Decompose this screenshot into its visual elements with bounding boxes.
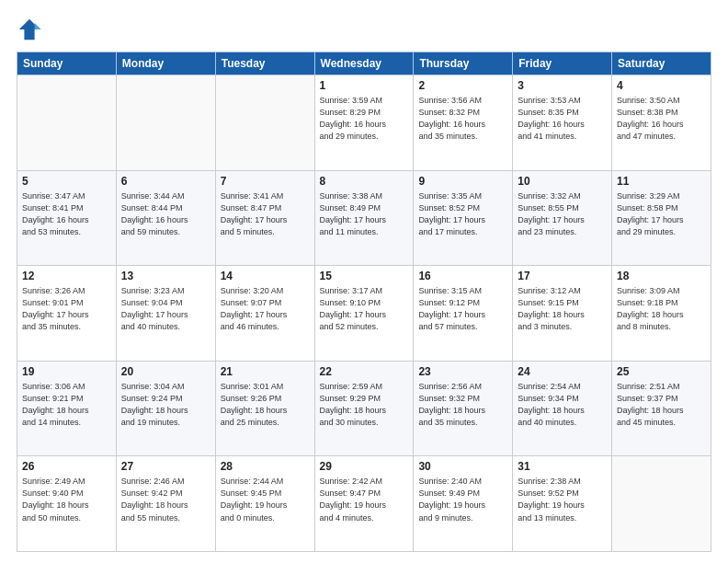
calendar-week-1: 1Sunrise: 3:59 AM Sunset: 8:29 PM Daylig… — [17, 75, 711, 171]
calendar-cell: 9Sunrise: 3:35 AM Sunset: 8:52 PM Daylig… — [414, 170, 513, 266]
day-info: Sunrise: 2:46 AM Sunset: 9:42 PM Dayligh… — [121, 476, 210, 523]
day-info: Sunrise: 3:35 AM Sunset: 8:52 PM Dayligh… — [418, 190, 507, 238]
day-number: 20 — [121, 365, 210, 378]
weekday-header-sunday: Sunday — [17, 52, 117, 75]
day-info: Sunrise: 3:06 AM Sunset: 9:21 PM Dayligh… — [22, 381, 111, 429]
day-info: Sunrise: 3:53 AM Sunset: 8:35 PM Dayligh… — [518, 95, 607, 143]
calendar-cell: 18Sunrise: 3:09 AM Sunset: 9:18 PM Dayli… — [612, 266, 711, 362]
calendar-cell: 22Sunrise: 2:59 AM Sunset: 9:29 PM Dayli… — [314, 361, 414, 456]
day-number: 10 — [518, 175, 607, 188]
calendar-cell: 17Sunrise: 3:12 AM Sunset: 9:15 PM Dayli… — [513, 266, 612, 362]
day-number: 1 — [320, 79, 409, 92]
calendar-cell: 5Sunrise: 3:47 AM Sunset: 8:41 PM Daylig… — [17, 170, 117, 266]
calendar-cell — [17, 75, 117, 171]
calendar-cell — [612, 456, 711, 552]
day-number: 11 — [617, 175, 706, 188]
calendar-cell: 20Sunrise: 3:04 AM Sunset: 9:24 PM Dayli… — [116, 361, 215, 456]
day-info: Sunrise: 3:04 AM Sunset: 9:24 PM Dayligh… — [121, 381, 210, 429]
header — [17, 17, 711, 42]
day-number: 5 — [22, 175, 111, 188]
weekday-header-row: SundayMondayTuesdayWednesdayThursdayFrid… — [17, 52, 711, 75]
day-info: Sunrise: 3:38 AM Sunset: 8:49 PM Dayligh… — [320, 190, 409, 238]
day-number: 2 — [418, 79, 507, 92]
day-number: 18 — [617, 270, 706, 282]
weekday-header-thursday: Thursday — [414, 52, 513, 75]
calendar-cell: 1Sunrise: 3:59 AM Sunset: 8:29 PM Daylig… — [314, 75, 414, 171]
calendar-cell: 14Sunrise: 3:20 AM Sunset: 9:07 PM Dayli… — [215, 266, 314, 362]
day-info: Sunrise: 3:41 AM Sunset: 8:47 PM Dayligh… — [221, 190, 310, 238]
day-number: 28 — [221, 460, 310, 473]
calendar-cell: 19Sunrise: 3:06 AM Sunset: 9:21 PM Dayli… — [17, 361, 117, 456]
calendar-cell: 12Sunrise: 3:26 AM Sunset: 9:01 PM Dayli… — [17, 266, 117, 362]
day-number: 23 — [418, 365, 507, 378]
day-info: Sunrise: 3:59 AM Sunset: 8:29 PM Dayligh… — [320, 95, 409, 143]
calendar-cell: 7Sunrise: 3:41 AM Sunset: 8:47 PM Daylig… — [215, 170, 314, 266]
day-number: 22 — [320, 365, 409, 378]
day-info: Sunrise: 2:59 AM Sunset: 9:29 PM Dayligh… — [320, 381, 409, 429]
day-info: Sunrise: 3:12 AM Sunset: 9:15 PM Dayligh… — [518, 285, 607, 333]
weekday-header-tuesday: Tuesday — [215, 52, 314, 75]
weekday-header-wednesday: Wednesday — [314, 52, 414, 75]
day-info: Sunrise: 2:54 AM Sunset: 9:34 PM Dayligh… — [518, 381, 607, 429]
day-info: Sunrise: 2:44 AM Sunset: 9:45 PM Dayligh… — [221, 476, 310, 523]
day-info: Sunrise: 3:09 AM Sunset: 9:18 PM Dayligh… — [617, 285, 706, 333]
day-number: 14 — [221, 270, 310, 282]
calendar-week-5: 26Sunrise: 2:49 AM Sunset: 9:40 PM Dayli… — [17, 456, 711, 552]
calendar-cell: 8Sunrise: 3:38 AM Sunset: 8:49 PM Daylig… — [314, 170, 414, 266]
calendar-cell: 6Sunrise: 3:44 AM Sunset: 8:44 PM Daylig… — [116, 170, 215, 266]
calendar-cell: 4Sunrise: 3:50 AM Sunset: 8:38 PM Daylig… — [612, 75, 711, 171]
calendar-cell: 13Sunrise: 3:23 AM Sunset: 9:04 PM Dayli… — [116, 266, 215, 362]
calendar-cell: 24Sunrise: 2:54 AM Sunset: 9:34 PM Dayli… — [513, 361, 612, 456]
calendar-cell: 25Sunrise: 2:51 AM Sunset: 9:37 PM Dayli… — [612, 361, 711, 456]
day-number: 7 — [221, 175, 310, 188]
calendar-table: SundayMondayTuesdayWednesdayThursdayFrid… — [17, 52, 711, 552]
day-number: 29 — [320, 460, 409, 473]
day-number: 31 — [518, 460, 607, 473]
day-info: Sunrise: 2:56 AM Sunset: 9:32 PM Dayligh… — [418, 381, 507, 429]
weekday-header-saturday: Saturday — [612, 52, 711, 75]
calendar-cell: 31Sunrise: 2:38 AM Sunset: 9:52 PM Dayli… — [513, 456, 612, 552]
logo — [17, 17, 46, 42]
logo-icon — [17, 17, 42, 42]
calendar-cell: 10Sunrise: 3:32 AM Sunset: 8:55 PM Dayli… — [513, 170, 612, 266]
day-number: 17 — [518, 270, 607, 282]
calendar-week-3: 12Sunrise: 3:26 AM Sunset: 9:01 PM Dayli… — [17, 266, 711, 362]
day-number: 27 — [121, 460, 210, 473]
day-number: 21 — [221, 365, 310, 378]
day-info: Sunrise: 3:17 AM Sunset: 9:10 PM Dayligh… — [320, 285, 409, 333]
day-number: 16 — [418, 270, 507, 282]
day-number: 6 — [121, 175, 210, 188]
day-info: Sunrise: 3:29 AM Sunset: 8:58 PM Dayligh… — [617, 190, 706, 238]
calendar-cell: 29Sunrise: 2:42 AM Sunset: 9:47 PM Dayli… — [314, 456, 414, 552]
day-number: 24 — [518, 365, 607, 378]
weekday-header-friday: Friday — [513, 52, 612, 75]
day-info: Sunrise: 3:26 AM Sunset: 9:01 PM Dayligh… — [22, 285, 111, 333]
day-number: 26 — [22, 460, 111, 473]
day-info: Sunrise: 2:49 AM Sunset: 9:40 PM Dayligh… — [22, 476, 111, 523]
day-info: Sunrise: 3:44 AM Sunset: 8:44 PM Dayligh… — [121, 190, 210, 238]
day-number: 19 — [22, 365, 111, 378]
day-info: Sunrise: 2:40 AM Sunset: 9:49 PM Dayligh… — [418, 476, 507, 523]
day-info: Sunrise: 2:38 AM Sunset: 9:52 PM Dayligh… — [518, 476, 607, 523]
day-number: 30 — [418, 460, 507, 473]
day-number: 9 — [418, 175, 507, 188]
day-info: Sunrise: 3:23 AM Sunset: 9:04 PM Dayligh… — [121, 285, 210, 333]
day-number: 15 — [320, 270, 409, 282]
day-number: 13 — [121, 270, 210, 282]
day-info: Sunrise: 3:32 AM Sunset: 8:55 PM Dayligh… — [518, 190, 607, 238]
day-number: 8 — [320, 175, 409, 188]
calendar-week-4: 19Sunrise: 3:06 AM Sunset: 9:21 PM Dayli… — [17, 361, 711, 456]
calendar-cell: 27Sunrise: 2:46 AM Sunset: 9:42 PM Dayli… — [116, 456, 215, 552]
day-info: Sunrise: 2:42 AM Sunset: 9:47 PM Dayligh… — [320, 476, 409, 523]
day-number: 12 — [22, 270, 111, 282]
calendar-cell: 26Sunrise: 2:49 AM Sunset: 9:40 PM Dayli… — [17, 456, 117, 552]
calendar-cell — [116, 75, 215, 171]
day-info: Sunrise: 3:47 AM Sunset: 8:41 PM Dayligh… — [22, 190, 111, 238]
calendar-cell: 28Sunrise: 2:44 AM Sunset: 9:45 PM Dayli… — [215, 456, 314, 552]
weekday-header-monday: Monday — [116, 52, 215, 75]
calendar-cell: 11Sunrise: 3:29 AM Sunset: 8:58 PM Dayli… — [612, 170, 711, 266]
svg-marker-1 — [35, 23, 41, 29]
day-number: 4 — [617, 79, 706, 92]
day-info: Sunrise: 3:15 AM Sunset: 9:12 PM Dayligh… — [418, 285, 507, 333]
calendar-cell: 15Sunrise: 3:17 AM Sunset: 9:10 PM Dayli… — [314, 266, 414, 362]
